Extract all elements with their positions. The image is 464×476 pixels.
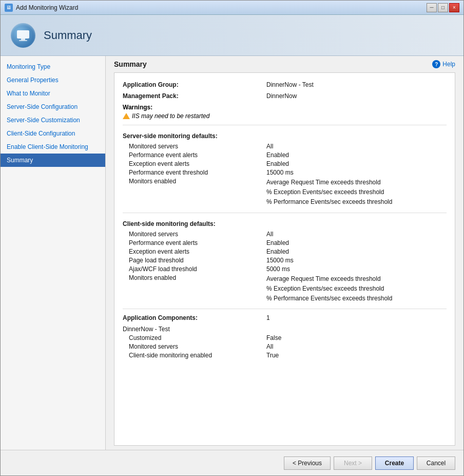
client-monitoring-enabled-label: Client-side monitoring enabled: [123, 352, 266, 359]
sidebar-item-enable-client-side[interactable]: Enable Client-Side Monitoring: [1, 140, 105, 154]
svg-rect-0: [17, 30, 29, 39]
window-controls: ─ □ ×: [427, 3, 459, 12]
sidebar-item-client-side-config[interactable]: Client-Side Configuration: [1, 127, 105, 140]
app-components-label: Application Components:: [123, 314, 266, 321]
client-page-load-label: Page load threshold: [123, 257, 266, 264]
server-monitored-value: All: [266, 143, 273, 150]
application-group-label: Application Group:: [123, 81, 266, 88]
client-monitored-row: Monitored servers All: [123, 231, 447, 238]
client-monitored-value: All: [266, 231, 273, 238]
client-perf-alerts-label: Performance event alerts: [123, 239, 266, 246]
client-perf-alerts-value: Enabled: [266, 239, 289, 246]
help-link[interactable]: ? Help: [432, 60, 455, 68]
cancel-button[interactable]: Cancel: [417, 456, 455, 470]
app-monitored-servers-value: All: [266, 343, 273, 350]
client-page-load-row: Page load threshold 15000 ms: [123, 257, 447, 264]
server-perf-alerts-value: Enabled: [266, 151, 289, 159]
header-area: Summary: [1, 15, 463, 56]
app-components-row: Application Components: 1: [123, 314, 447, 321]
client-ajax-value: 5000 ms: [266, 265, 290, 273]
app-name-row: DinnerNow - Test: [123, 326, 447, 333]
server-monitors-values: Average Request Time exceeds threshold %…: [266, 178, 392, 207]
header-title: Summary: [44, 29, 92, 42]
server-exception-alerts-label: Exception event alerts: [123, 160, 266, 167]
main-section-title: Summary: [114, 60, 147, 68]
client-monitor-value-2: % Exception Events/sec exceeds threshold: [266, 284, 392, 294]
warnings-section: Warnings: IIS may need to be restarted: [123, 104, 447, 120]
warnings-title: Warnings:: [123, 104, 447, 111]
footer: < Previous Next > Create Cancel: [1, 450, 463, 475]
app-components-value: 1: [266, 314, 270, 321]
client-ajax-row: Ajax/WCF load threshold 5000 ms: [123, 265, 447, 273]
summary-panel: Application Group: DinnerNow - Test Mana…: [114, 72, 455, 446]
app-icon: 🖥: [5, 4, 13, 12]
server-monitored-row: Monitored servers All: [123, 143, 447, 150]
sidebar-item-general-properties[interactable]: General Properties: [1, 73, 105, 87]
warning-message: IIS may need to be restarted: [132, 112, 209, 120]
customized-value: False: [266, 334, 281, 341]
client-ajax-label: Ajax/WCF load threshold: [123, 265, 266, 273]
client-perf-alerts-row: Performance event alerts Enabled: [123, 239, 447, 246]
client-monitoring-enabled-row: Client-side monitoring enabled True: [123, 352, 447, 359]
svg-rect-2: [19, 40, 27, 41]
window-title: Add Monitoring Wizard: [16, 4, 427, 11]
create-button[interactable]: Create: [375, 456, 414, 470]
sidebar-item-what-to-monitor[interactable]: What to Monitor: [1, 87, 105, 100]
client-monitors-values: Average Request Time exceeds threshold %…: [266, 274, 392, 304]
help-icon: ?: [432, 60, 440, 68]
title-bar: 🖥 Add Monitoring Wizard ─ □ ×: [1, 1, 463, 15]
server-monitored-label: Monitored servers: [123, 143, 266, 150]
client-side-section-title: Client-side monitoring defaults:: [123, 220, 447, 227]
sidebar: Monitoring Type General Properties What …: [1, 56, 106, 450]
close-button[interactable]: ×: [449, 3, 459, 12]
customized-label: Customized: [123, 334, 266, 341]
app-name-label: DinnerNow - Test: [123, 326, 266, 333]
previous-button[interactable]: < Previous: [284, 456, 331, 470]
server-monitor-value-3: % Performance Events/sec exceeds thresho…: [266, 197, 392, 207]
server-perf-threshold-label: Performance event threshold: [123, 169, 266, 176]
client-exception-alerts-row: Exception event alerts Enabled: [123, 248, 447, 255]
application-group-row: Application Group: DinnerNow - Test: [123, 81, 447, 88]
client-monitored-label: Monitored servers: [123, 231, 266, 238]
server-monitors-row: Monitors enabled Average Request Time ex…: [123, 178, 447, 207]
client-monitor-value-1: Average Request Time exceeds threshold: [266, 274, 392, 284]
server-perf-alerts-label: Performance event alerts: [123, 151, 266, 159]
content-area: Monitoring Type General Properties What …: [1, 56, 463, 450]
server-exception-alerts-row: Exception event alerts Enabled: [123, 160, 447, 167]
client-monitoring-enabled-value: True: [266, 352, 279, 359]
divider-1: [123, 125, 447, 125]
sidebar-item-monitoring-type[interactable]: Monitoring Type: [1, 60, 105, 73]
divider-3: [123, 309, 447, 309]
client-exception-alerts-value: Enabled: [266, 248, 289, 255]
main-header: Summary ? Help: [106, 56, 463, 72]
server-monitor-value-1: Average Request Time exceeds threshold: [266, 178, 392, 187]
server-monitor-value-2: % Exception Events/sec exceeds threshold: [266, 187, 392, 197]
next-button[interactable]: Next >: [334, 456, 372, 470]
sidebar-item-server-side-custom[interactable]: Server-Side Customization: [1, 113, 105, 127]
minimize-button[interactable]: ─: [427, 3, 437, 12]
svg-rect-1: [21, 39, 25, 40]
customized-row: Customized False: [123, 334, 447, 341]
management-pack-row: Management Pack: DinnerNow: [123, 92, 447, 100]
server-perf-threshold-row: Performance event threshold 15000 ms: [123, 169, 447, 176]
client-monitor-value-3: % Performance Events/sec exceeds thresho…: [266, 294, 392, 303]
management-pack-label: Management Pack:: [123, 92, 266, 100]
app-monitored-servers-label: Monitored servers: [123, 343, 266, 350]
application-group-value: DinnerNow - Test: [266, 81, 314, 88]
main-window: 🖥 Add Monitoring Wizard ─ □ × Summary Mo…: [0, 0, 464, 476]
header-icon: [11, 23, 35, 48]
maximize-button[interactable]: □: [438, 3, 448, 12]
warning-text-row: IIS may need to be restarted: [123, 112, 447, 120]
app-monitored-servers-row: Monitored servers All: [123, 343, 447, 350]
divider-2: [123, 213, 447, 213]
client-monitors-label: Monitors enabled: [123, 274, 266, 281]
sidebar-item-summary[interactable]: Summary: [1, 154, 105, 167]
main-content: Summary ? Help Application Group: Dinner…: [106, 56, 463, 450]
management-pack-value: DinnerNow: [266, 92, 297, 100]
help-label: Help: [442, 61, 455, 68]
server-exception-alerts-value: Enabled: [266, 160, 289, 167]
server-perf-alerts-row: Performance event alerts Enabled: [123, 151, 447, 159]
server-monitors-label: Monitors enabled: [123, 178, 266, 185]
sidebar-item-server-side-config[interactable]: Server-Side Configuration: [1, 100, 105, 113]
server-side-section-title: Server-side monitoring defaults:: [123, 132, 447, 140]
